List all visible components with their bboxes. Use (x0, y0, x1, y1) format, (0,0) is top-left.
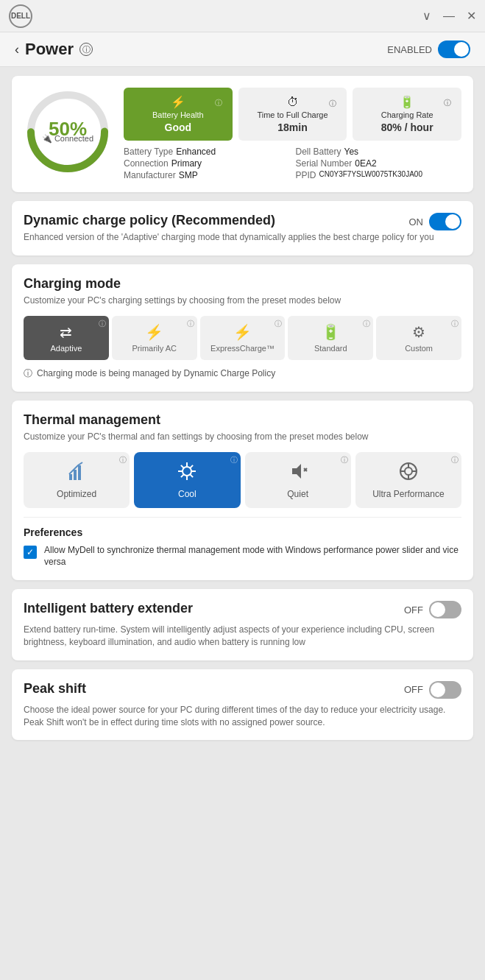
mode-primarily-ac-info: ⓘ (187, 319, 194, 329)
rate-icon: 🔋 (400, 95, 414, 109)
battery-percent: 50% (49, 118, 87, 141)
minimize-button[interactable]: — (443, 10, 455, 23)
battery-health-stat[interactable]: ⓘ ⚡ Battery Health Good (124, 88, 233, 141)
intelligent-extender-toggle-thumb (431, 602, 445, 617)
mode-custom-info: ⓘ (451, 319, 459, 329)
toggle-thumb (454, 42, 469, 57)
peak-shift-toggle-label: OFF (404, 684, 423, 695)
charging-mode-card: Charging mode Customize your PC's chargi… (12, 264, 473, 392)
peak-shift-card: Peak shift OFF Choose the ideal power so… (12, 669, 473, 741)
thermal-cool[interactable]: ⓘ Cool (134, 452, 240, 508)
intelligent-extender-toggle-area: OFF (404, 601, 461, 618)
thermal-optimized[interactable]: ⓘ Optimized (24, 452, 130, 508)
dynamic-charge-toggle[interactable] (429, 213, 461, 230)
thermal-optimized-info: ⓘ (119, 455, 127, 465)
charging-mode-desc: Customize your PC's charging settings by… (24, 295, 461, 307)
time-value: 18min (277, 121, 307, 133)
svg-rect-4 (78, 465, 81, 480)
checkbox-check-icon: ✓ (26, 547, 34, 557)
managed-notice: ⓘ Charging mode is being managed by Dyna… (24, 367, 461, 380)
intelligent-extender-toggle[interactable] (429, 601, 461, 618)
svg-marker-14 (292, 464, 301, 479)
thermal-ultra[interactable]: ⓘ Ultra Performance (355, 452, 461, 508)
page-title: Power (25, 40, 74, 59)
svg-rect-3 (74, 470, 77, 480)
mode-adaptive-label: Adaptive (50, 344, 82, 353)
battery-circle: 50% 🔌 Connected (24, 88, 112, 176)
detail-dell-battery: Dell Battery Yes (296, 147, 462, 157)
detail-battery-type-label: Battery Type (124, 147, 173, 157)
intelligent-extender-desc: Extend battery run-time. System will int… (24, 624, 461, 649)
dell-logo: DELL (9, 4, 32, 28)
dynamic-charge-toggle-area: ON (409, 213, 462, 230)
back-button[interactable]: ‹ (15, 42, 19, 57)
mode-adaptive[interactable]: ⓘ ⇄ Adaptive (24, 316, 109, 360)
thermal-cool-label: Cool (178, 489, 197, 499)
intelligent-extender-toggle-label: OFF (404, 604, 423, 616)
peak-shift-desc: Choose the ideal power source for your P… (24, 704, 461, 729)
charging-rate-stat[interactable]: ⓘ 🔋 Charging Rate 80% / hour (353, 88, 461, 141)
detail-manufacturer-value: SMP (179, 170, 198, 180)
detail-serial: Serial Number 0EA2 (296, 158, 462, 169)
mode-custom-label: Custom (405, 344, 433, 353)
peak-shift-toggle[interactable] (429, 681, 461, 699)
detail-ppid-value: CN0Y3F7YSLW0075TK30JA00 (319, 170, 422, 180)
power-toggle[interactable] (438, 40, 470, 58)
chevron-down-button[interactable]: ∨ (422, 9, 431, 23)
mode-express[interactable]: ⓘ ⚡ ExpressCharge™ (200, 316, 286, 360)
thermal-quiet-label: Quiet (287, 489, 308, 499)
mode-express-icon: ⚡ (233, 323, 252, 341)
mode-express-info: ⓘ (275, 319, 282, 329)
time-to-charge-stat[interactable]: ⓘ ⏱ Time to Full Charge 18min (238, 88, 347, 141)
battery-stats: ⓘ ⚡ Battery Health Good ⓘ ⏱ Time to Full… (124, 88, 461, 141)
pref-sync-checkbox-area: ✓ Allow MyDell to synchronize thermal ma… (24, 544, 461, 569)
main-content: 50% 🔌 Connected ⓘ ⚡ (0, 67, 485, 749)
thermal-quiet[interactable]: ⓘ Quiet (245, 452, 351, 508)
health-label: Battery Health (152, 110, 204, 120)
detail-manufacturer: Manufacturer SMP (124, 170, 290, 180)
enabled-label: ENABLED (387, 44, 432, 55)
detail-serial-label: Serial Number (296, 158, 353, 169)
thermal-ultra-label: Ultra Performance (372, 489, 444, 499)
thermal-optimized-icon (66, 461, 87, 486)
dynamic-charge-toggle-thumb (445, 214, 460, 229)
preferences-title: Preferences (24, 526, 461, 538)
detail-ppid: PPID CN0Y3F7YSLW0075TK30JA00 (296, 170, 462, 180)
rate-info-icon: ⓘ (444, 98, 451, 108)
detail-manufacturer-label: Manufacturer (124, 170, 176, 180)
health-value: Good (165, 121, 192, 133)
battery-circle-container: 50% 🔌 Connected (24, 88, 112, 176)
health-icon: ⚡ (171, 95, 185, 109)
detail-ppid-label: PPID (296, 170, 316, 180)
dynamic-charge-desc: Enhanced version of the 'Adaptive' charg… (24, 231, 461, 244)
mode-primarily-ac[interactable]: ⓘ ⚡ Primarily AC (112, 316, 197, 360)
detail-connection: Connection Primary (124, 158, 290, 169)
thermal-optimized-label: Optimized (57, 489, 96, 499)
info-icon[interactable]: ⓘ (79, 43, 93, 56)
peak-shift-header: Peak shift OFF (24, 681, 461, 699)
mode-primarily-ac-label: Primarily AC (132, 344, 177, 353)
battery-details: Battery Type Enhanced Dell Battery Yes C… (124, 147, 461, 180)
thermal-desc: Customize your PC's thermal and fan sett… (24, 431, 461, 443)
detail-dell-battery-label: Dell Battery (296, 147, 341, 157)
intelligent-extender-header: Intelligent battery extender OFF (24, 601, 461, 619)
svg-rect-2 (69, 474, 72, 480)
mode-standard[interactable]: ⓘ 🔋 Standard (288, 316, 373, 360)
peak-shift-toggle-area: OFF (404, 681, 461, 699)
thermal-cool-icon (177, 461, 197, 486)
mode-standard-icon: 🔋 (322, 323, 340, 341)
dynamic-charge-toggle-label: ON (409, 216, 424, 228)
thermal-ultra-info: ⓘ (451, 455, 459, 465)
detail-battery-type-value: Enhanced (176, 147, 216, 157)
thermal-cool-info: ⓘ (230, 455, 238, 465)
thermal-card: Thermal management Customize your PC's t… (12, 401, 473, 580)
thermal-ultra-icon (398, 461, 419, 486)
detail-dell-battery-value: Yes (344, 147, 359, 157)
titlebar: DELL ∨ — ✕ (0, 0, 485, 32)
detail-battery-type: Battery Type Enhanced (124, 147, 290, 157)
pref-sync-checkbox[interactable]: ✓ (24, 546, 37, 559)
intelligent-extender-title: Intelligent battery extender (24, 601, 193, 616)
mode-custom[interactable]: ⓘ ⚙ Custom (376, 316, 461, 360)
close-button[interactable]: ✕ (467, 9, 476, 23)
svg-line-13 (181, 474, 184, 477)
